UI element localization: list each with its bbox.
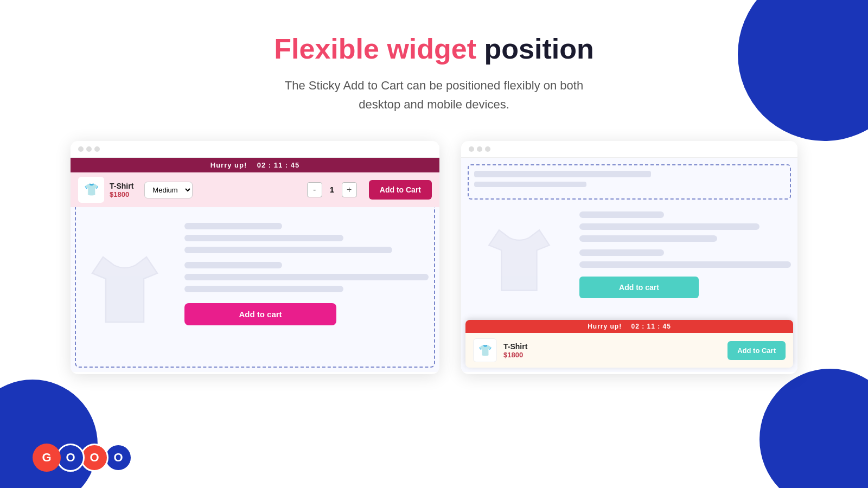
right-product-details: Add to cart [579,206,791,314]
demos-row: Hurry up! 02 : 11 : 45 👕 T-Shirt $1800 M… [0,141,868,374]
sticky-product-name-bottom: T-Shirt [503,342,527,351]
rph-1 [579,211,664,218]
sticky-countdown-left: Hurry up! 02 : 11 : 45 [71,158,439,172]
sticky-product-name-left: T-Shirt [110,182,133,190]
left-product-details: Add to cart [179,207,439,372]
rph-3 [579,235,717,242]
bg-circle-bottom-right [760,369,868,488]
ph-line-5 [184,274,429,280]
right-browser-window: Add to cart Hurry up! 02 : 11 : 45 👕 T-S… [461,141,797,374]
sticky-countdown-bottom: Hurry up! 02 : 11 : 45 [465,320,793,333]
ph-line-2 [184,235,343,241]
dot-green [94,146,100,152]
logo-gooo: G O O O [33,444,132,472]
hurry-label-bottom: Hurry up! [588,323,622,330]
sticky-add-to-cart-left[interactable]: Add to Cart [369,180,432,200]
bg-circle-bottom-left [0,380,98,488]
right-page-body: Add to cart [461,206,797,314]
headline: Flexible widget position [274,33,593,65]
left-titlebar [71,141,439,158]
sticky-qty-left: - 1 + [307,182,357,197]
countdown-time-bottom: 02 : 11 : 45 [631,323,671,330]
dot-yellow-r [477,146,482,152]
sticky-product-info-bottom: T-Shirt $1800 [503,342,527,359]
logo-g-letter: G [33,444,61,472]
headline-pink: Flexible widget [274,33,476,65]
page-content: Flexible widget position The Sticky Add … [0,0,868,374]
sticky-product-img-left: 👕 [78,177,104,203]
sticky-add-to-cart-bottom[interactable]: Add to Cart [727,341,786,360]
dot-green-r [485,146,490,152]
sticky-bar-top-left: Hurry up! 02 : 11 : 45 👕 T-Shirt $1800 M… [71,158,439,207]
ph-line-6 [184,286,343,292]
rph-2 [579,223,760,230]
right-titlebar [461,141,797,158]
countdown-time-left: 02 : 11 : 45 [257,161,300,169]
qty-value-left: 1 [327,185,337,194]
sticky-product-price-left: $1800 [110,190,133,198]
sticky-product-bar-left: 👕 T-Shirt $1800 Medium - 1 + [71,172,439,207]
ph-line-3 [184,247,392,253]
ph-line-1 [184,223,282,229]
rph-5 [579,261,791,268]
sticky-select-left[interactable]: Medium [144,182,193,198]
page-add-to-cart-right[interactable]: Add to cart [579,277,699,298]
right-window-body: Add to cart Hurry up! 02 : 11 : 45 👕 T-S… [461,158,797,372]
headline-dark: position [484,33,594,65]
sticky-product-img-bottom: 👕 [473,338,497,362]
left-window-body: Hurry up! 02 : 11 : 45 👕 T-Shirt $1800 M… [71,158,439,372]
sticky-product-info-left: T-Shirt $1800 [110,182,133,198]
sticky-product-price-bottom: $1800 [503,351,527,359]
dot-red [78,146,84,152]
qty-minus-left[interactable]: - [307,182,322,197]
sticky-product-bar-bottom: 👕 T-Shirt $1800 Add to Cart [465,333,793,368]
left-product-image-area [71,207,179,372]
dot-red-r [469,146,474,152]
right-product-img-area [468,206,571,314]
left-browser-window: Hurry up! 02 : 11 : 45 👕 T-Shirt $1800 M… [71,141,439,374]
sticky-bar-bottom-right: Hurry up! 02 : 11 : 45 👕 T-Shirt $1800 A… [465,320,793,368]
hurry-label-left: Hurry up! [210,161,247,169]
rph-4 [579,249,664,256]
logo-area: G O O O [33,444,132,472]
right-top-dashed-placeholder [468,164,791,200]
product-shirt-svg-left [87,246,163,333]
product-shirt-svg-right [484,220,554,301]
ph-line-4 [184,262,282,268]
page-add-to-cart-left[interactable]: Add to cart [184,303,336,325]
qty-plus-left[interactable]: + [342,182,357,197]
dot-yellow [86,146,92,152]
subtitle: The Sticky Add to Cart can be positioned… [285,76,583,114]
